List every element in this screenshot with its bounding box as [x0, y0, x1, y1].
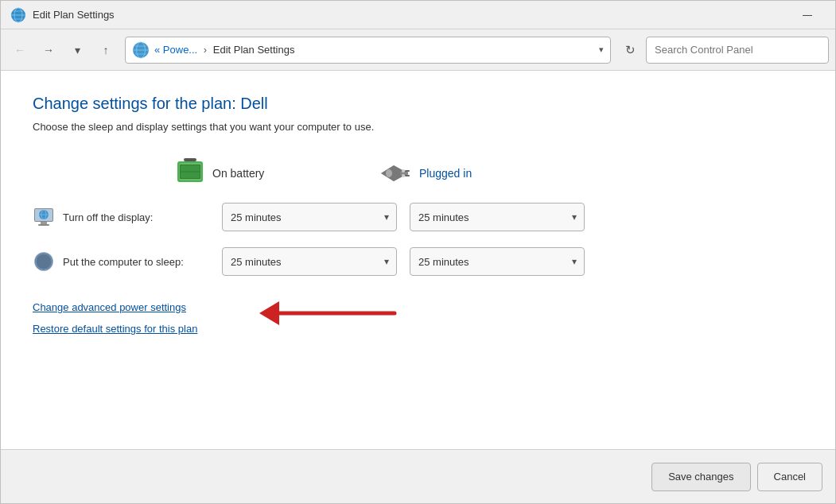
sleep-plugged-dropdown[interactable]: 1 minute2 minutes3 minutes5 minutes10 mi… — [410, 247, 585, 276]
minimize-button[interactable]: — — [789, 2, 826, 28]
breadcrumb-current: Edit Plan Settings — [213, 44, 295, 56]
battery-icon — [176, 157, 204, 190]
breadcrumb: « Powe... › Edit Plan Settings — [154, 44, 591, 56]
address-bar[interactable]: « Powe... › Edit Plan Settings ▾ — [125, 37, 611, 64]
svg-rect-26 — [41, 222, 47, 224]
window-title: Edit Plan Settings — [33, 9, 789, 21]
back-button[interactable]: ← — [7, 37, 33, 63]
footer: Save changes Cancel — [1, 449, 835, 503]
plug-icon — [379, 162, 411, 184]
sleep-battery-dropdown[interactable]: 1 minute2 minutes3 minutes5 minutes10 mi… — [222, 247, 397, 276]
page-description: Choose the sleep and display settings th… — [33, 121, 803, 133]
sleep-row: Put the computer to sleep: 1 minute2 min… — [33, 247, 803, 276]
nav-bar: ← → ▾ ↑ « Powe... › Edit Plan Settings — [1, 29, 835, 71]
advanced-link[interactable]: Change advanced power settings — [33, 301, 186, 313]
svg-rect-27 — [38, 224, 49, 226]
svg-point-18 — [386, 169, 392, 177]
sleep-battery-dropdown-wrapper: 1 minute2 minutes3 minutes5 minutes10 mi… — [222, 247, 397, 276]
main-content: Change settings for the plan: Dell Choos… — [1, 71, 835, 449]
breadcrumb-parent: « Powe... — [154, 44, 197, 56]
svg-rect-23 — [405, 175, 410, 176]
svg-marker-35 — [259, 301, 279, 325]
display-row-icon — [33, 206, 55, 228]
monitor-icon — [33, 206, 55, 228]
sleep-dropdown-group: 1 minute2 minutes3 minutes5 minutes10 mi… — [222, 247, 585, 276]
svg-rect-10 — [184, 158, 196, 161]
svg-point-20 — [402, 169, 405, 173]
display-row-label: Turn off the display: — [63, 211, 222, 223]
restore-link[interactable]: Restore default settings for this plan — [33, 323, 803, 335]
address-icon — [132, 41, 150, 59]
arrow-annotation — [255, 277, 414, 325]
battery-col-label: On battery — [212, 167, 264, 180]
advanced-link-container: Change advanced power settings — [33, 301, 186, 320]
svg-point-32 — [35, 253, 52, 270]
title-bar-controls: — — [789, 2, 826, 28]
svg-point-21 — [402, 174, 405, 177]
sleep-row-icon — [33, 250, 55, 273]
sleep-row-label: Put the computer to sleep: — [63, 256, 222, 268]
recent-button[interactable]: ▾ — [64, 37, 90, 63]
display-plugged-dropdown[interactable]: 1 minute2 minutes3 minutes5 minutes10 mi… — [410, 203, 585, 231]
display-dropdown-group: 1 minute2 minutes3 minutes5 minutes10 mi… — [222, 203, 585, 231]
search-box[interactable] — [646, 37, 829, 64]
display-plugged-dropdown-wrapper: 1 minute2 minutes3 minutes5 minutes10 mi… — [410, 203, 585, 231]
col-header-plugged: Plugged in — [379, 157, 570, 190]
plugged-col-label: Plugged in — [419, 167, 472, 180]
cancel-button[interactable]: Cancel — [757, 463, 822, 491]
address-dropdown-button[interactable]: ▾ — [599, 45, 604, 55]
search-input[interactable] — [655, 44, 820, 56]
forward-button[interactable]: → — [36, 37, 61, 63]
window-icon — [10, 7, 26, 23]
refresh-button[interactable]: ↻ — [617, 37, 643, 63]
links-section: Change advanced power settings Restore d… — [33, 300, 803, 335]
title-bar: Edit Plan Settings — — [1, 1, 835, 29]
column-headers: On battery Plugged in — [33, 157, 803, 190]
svg-rect-22 — [405, 170, 410, 172]
up-button[interactable]: ↑ — [93, 37, 119, 63]
display-battery-dropdown-wrapper: 1 minute2 minutes3 minutes5 minutes10 mi… — [222, 203, 397, 231]
window: Edit Plan Settings — ← → ▾ ↑ « — [0, 0, 836, 504]
display-battery-dropdown[interactable]: 1 minute2 minutes3 minutes5 minutes10 mi… — [222, 203, 397, 231]
sleep-plugged-dropdown-wrapper: 1 minute2 minutes3 minutes5 minutes10 mi… — [410, 247, 585, 276]
display-row: Turn off the display: 1 minute2 minutes3… — [33, 203, 803, 231]
page-heading: Change settings for the plan: Dell — [33, 95, 803, 113]
moon-icon — [33, 250, 55, 273]
col-header-battery: On battery — [176, 157, 367, 190]
save-button[interactable]: Save changes — [651, 463, 750, 491]
